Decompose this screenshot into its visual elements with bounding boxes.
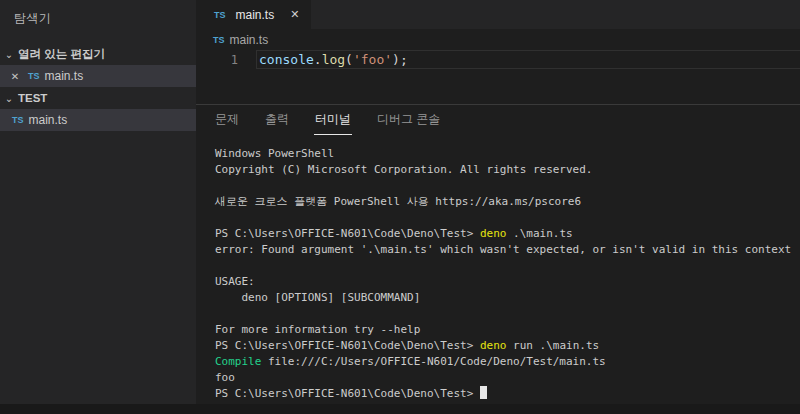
terminal-text-segment: Compile [215,355,261,368]
open-editor-item-label: main.ts [45,69,84,83]
open-editors-section-header[interactable]: ⌄ 열려 있는 편집기 [0,43,196,65]
bottom-panel: 문제 출력 터미널 디버그 콘솔 Windows PowerShellCopyr… [196,104,800,404]
terminal-line: PS C:\Users\OFFICE-N601\Code\Deno\Test> … [215,226,800,242]
terminal-line: Windows PowerShell [215,146,800,162]
terminal-line: PS C:\Users\OFFICE-N601\Code\Deno\Test> … [215,338,800,354]
terminal-text-segment: run .\main.ts [506,339,599,352]
terminal-text-segment: USAGE: [215,275,255,288]
terminal-line: foo [215,370,800,386]
terminal-text-segment: Windows PowerShell [215,147,334,160]
terminal-text-segment: For more information try --help [215,323,420,336]
explorer-sidebar: 탐색기 ⌄ 열려 있는 편집기 ✕ TS main.ts ⌄ TEST TS m… [0,0,196,404]
window-bottom-edge [0,404,800,414]
panel-tab-bar: 문제 출력 터미널 디버그 콘솔 [196,105,800,135]
terminal-text-segment: 새로운 크로스 플랫폼 PowerShell 사용 https://aka.ms… [215,195,581,208]
terminal-text-segment: error: Found argument '.\main.ts' which … [215,243,791,256]
terminal-line: 새로운 크로스 플랫폼 PowerShell 사용 https://aka.ms… [215,194,800,210]
folder-section-header-test[interactable]: ⌄ TEST [0,87,196,109]
terminal-line: USAGE: [215,274,800,290]
token-string-foo: 'foo' [353,52,392,67]
panel-tab-output[interactable]: 출력 [264,105,290,135]
panel-tab-debug-console[interactable]: 디버그 콘솔 [376,105,441,135]
terminal-cursor [480,386,487,399]
terminal-text-segment: .\main.ts [506,227,572,240]
open-editor-item-main-ts[interactable]: ✕ TS main.ts [0,65,196,87]
terminal-line: Compile file:///C:/Users/OFFICE-N601/Cod… [215,354,800,370]
typescript-file-icon: TS [28,71,40,81]
token-console: console [259,52,314,67]
typescript-file-icon: TS [214,10,226,20]
terminal-text-segment: PS C:\Users\OFFICE-N601\Code\Deno\Test> [215,339,480,352]
typescript-file-icon: TS [213,35,225,45]
chevron-down-icon: ⌄ [0,49,18,60]
terminal-line [215,210,800,226]
token-open-paren: ( [345,52,353,67]
terminal-text-segment: Copyright (C) Microsoft Corporation. All… [215,163,593,176]
breadcrumb: TS main.ts [196,29,800,50]
tree-item-label: main.ts [29,113,68,127]
panel-tab-terminal[interactable]: 터미널 [314,105,352,135]
vscode-window: 탐색기 ⌄ 열려 있는 편집기 ✕ TS main.ts ⌄ TEST TS m… [0,0,800,414]
token-close-paren: ) [392,52,400,67]
panel-tab-problems[interactable]: 문제 [214,105,240,135]
breadcrumb-item-main-ts[interactable]: main.ts [230,33,269,47]
open-editors-label: 열려 있는 편집기 [18,47,105,62]
terminal-line: Copyright (C) Microsoft Corporation. All… [215,162,800,178]
terminal-line [215,178,800,194]
terminal-line: deno [OPTIONS] [SUBCOMMAND] [215,290,800,306]
terminal-text-segment: PS C:\Users\OFFICE-N601\Code\Deno\Test> [215,227,480,240]
token-dot: . [314,52,322,67]
terminal-line: PS C:\Users\OFFICE-N601\Code\Deno\Test> [215,386,800,402]
editor-tab-bar: TS main.ts ✕ [196,0,800,29]
terminal-line [215,306,800,322]
terminal-text-segment: PS C:\Users\OFFICE-N601\Code\Deno\Test> [215,387,480,400]
chevron-down-icon: ⌄ [0,93,18,104]
tab-main-ts[interactable]: TS main.ts ✕ [196,0,311,29]
terminal-text-segment: file:///C:/Users/OFFICE-N601/Code/Deno/T… [261,355,605,368]
terminal-line: error: Found argument '.\main.ts' which … [215,242,800,258]
line-number: 1 [196,53,238,67]
explorer-title: 탐색기 [0,0,196,27]
terminal-text-segment: deno [OPTIONS] [SUBCOMMAND] [215,291,420,304]
token-semicolon: ; [400,52,408,67]
terminal-text-segment: deno [480,227,507,240]
terminal-output[interactable]: Windows PowerShellCopyright (C) Microsof… [196,135,800,404]
tab-close-icon[interactable]: ✕ [290,8,299,21]
code-line-1: 1 console.log('foo'); [196,50,800,69]
editor-group: TS main.ts ✕ TS main.ts 1 console.log('f… [196,0,800,404]
token-log: log [322,52,345,67]
tree-item-main-ts[interactable]: TS main.ts [0,109,196,131]
close-icon[interactable]: ✕ [8,71,22,82]
terminal-text-segment: foo [215,371,235,384]
terminal-text-segment: deno [480,339,507,352]
typescript-file-icon: TS [12,115,24,125]
code-editor[interactable]: 1 console.log('foo'); [196,50,800,104]
code-text: console.log('foo'); [259,52,408,67]
tab-label: main.ts [236,8,275,22]
terminal-line [215,258,800,274]
terminal-line: For more information try --help [215,322,800,338]
folder-label: TEST [18,92,47,104]
